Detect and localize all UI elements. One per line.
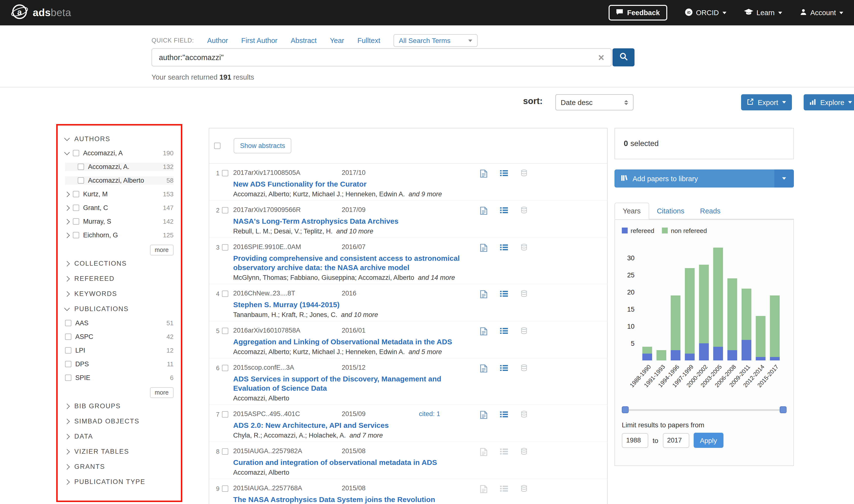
facet-publication-item[interactable]: LPI12	[65, 346, 174, 355]
facet-publication-item[interactable]: SPIE6	[65, 374, 174, 382]
data-products-icon[interactable]	[521, 290, 527, 319]
references-list-icon[interactable]	[500, 206, 508, 235]
orcid-menu[interactable]: iD ORCID	[685, 8, 726, 17]
result-checkbox[interactable]	[222, 365, 228, 371]
learn-menu[interactable]: Learn	[744, 9, 782, 17]
chevron-right-icon[interactable]	[64, 232, 70, 238]
references-list-icon[interactable]	[500, 169, 508, 198]
facet-checkbox[interactable]	[78, 177, 84, 184]
result-cited-link[interactable]: cited: 1	[419, 410, 440, 418]
result-title-link[interactable]: New ADS Functionality for the Curator	[233, 179, 480, 188]
facet-publication-item[interactable]: AAS51	[65, 319, 174, 327]
result-title-link[interactable]: Curation and integration of observationa…	[233, 457, 480, 467]
result-checkbox[interactable]	[222, 170, 228, 176]
explore-button[interactable]: Explore	[804, 94, 854, 110]
sort-select[interactable]: Date desc	[555, 94, 633, 110]
chevron-down-icon[interactable]	[64, 150, 70, 155]
fulltext-document-icon[interactable]	[480, 448, 487, 476]
facet-checkbox[interactable]	[73, 232, 79, 238]
fulltext-document-icon[interactable]	[480, 327, 487, 356]
references-list-icon[interactable]	[500, 327, 508, 356]
apply-button[interactable]: Apply	[693, 433, 723, 448]
facet-section-refereed[interactable]: REFEREED	[65, 274, 174, 283]
data-products-icon[interactable]	[521, 244, 527, 282]
authors-more-button[interactable]: more	[150, 245, 174, 255]
data-products-icon[interactable]	[521, 448, 527, 476]
facet-author-item[interactable]: Eichhorn, G125	[65, 231, 174, 239]
result-checkbox[interactable]	[222, 411, 228, 417]
quick-field-abstract[interactable]: Abstract	[291, 37, 316, 44]
facet-section-publication-type[interactable]: PUBLICATION TYPE	[65, 478, 174, 486]
data-products-icon[interactable]	[521, 411, 527, 439]
facet-publication-item[interactable]: ASPC42	[65, 332, 174, 341]
references-list-icon[interactable]	[500, 364, 508, 402]
facet-label[interactable]: SPIE	[75, 374, 90, 381]
fulltext-document-icon[interactable]	[480, 169, 487, 198]
facet-checkbox[interactable]	[73, 205, 79, 211]
ads-logo[interactable]: a adsbeta	[11, 3, 71, 22]
facet-section-grants[interactable]: GRANTS	[65, 463, 174, 471]
facet-section-data[interactable]: DATA	[65, 432, 174, 440]
result-checkbox[interactable]	[222, 485, 228, 492]
facet-checkbox[interactable]	[65, 361, 71, 367]
facet-label[interactable]: DPS	[75, 360, 89, 368]
facet-publication-item[interactable]: DPS11	[65, 360, 174, 368]
facet-section-bib-groups[interactable]: BIB GROUPS	[65, 402, 174, 410]
facet-author-child[interactable]: Accomazzi, Alberto58	[65, 176, 174, 185]
facet-section-vizier-tables[interactable]: VIZIER TABLES	[65, 447, 174, 456]
fulltext-document-icon[interactable]	[480, 485, 487, 504]
fulltext-document-icon[interactable]	[480, 206, 487, 235]
clear-search-icon[interactable]: ×	[598, 52, 604, 62]
slider-handle-left[interactable]	[622, 406, 629, 413]
data-products-icon[interactable]	[521, 206, 527, 235]
year-from-input[interactable]: 1988	[622, 433, 648, 448]
facet-section-keywords[interactable]: KEYWORDS	[65, 290, 174, 298]
facet-label[interactable]: LPI	[75, 347, 85, 354]
facet-author-item[interactable]: Kurtz, M153	[65, 190, 174, 198]
facet-label[interactable]: ASPC	[75, 333, 93, 340]
facet-author-parent[interactable]: Accomazzi, A 190	[65, 149, 174, 157]
result-title-link[interactable]: Aggregation and Linking of Observational…	[233, 337, 480, 346]
result-checkbox[interactable]	[222, 291, 228, 297]
slider-track[interactable]	[623, 409, 786, 411]
fulltext-document-icon[interactable]	[480, 244, 487, 282]
chevron-right-icon[interactable]	[64, 205, 70, 211]
facet-checkbox[interactable]	[65, 334, 71, 340]
show-abstracts-button[interactable]: Show abstracts	[234, 138, 292, 154]
export-button[interactable]: Export	[741, 94, 792, 110]
publications-more-button[interactable]: more	[150, 387, 174, 398]
facet-checkbox[interactable]	[73, 150, 79, 156]
facet-section-collections[interactable]: COLLECTIONS	[65, 259, 174, 268]
result-title-link[interactable]: ADS Services in support of the Discovery…	[233, 374, 480, 393]
facet-section-simbad-objects[interactable]: SIMBAD OBJECTS	[65, 417, 174, 425]
facet-label[interactable]: Accomazzi, A	[83, 149, 123, 157]
facet-label[interactable]: Accomazzi, Alberto	[88, 177, 144, 184]
search-input[interactable]: author:"accomazzi" ×	[152, 48, 612, 67]
facet-checkbox[interactable]	[65, 347, 71, 354]
references-list-icon[interactable]	[500, 290, 508, 319]
facet-section-publications[interactable]: PUBLICATIONS	[65, 305, 174, 313]
data-products-icon[interactable]	[521, 364, 527, 402]
chevron-right-icon[interactable]	[64, 219, 70, 224]
facet-label[interactable]: Murray, S	[83, 218, 111, 225]
year-to-input[interactable]: 2017	[663, 433, 689, 448]
search-button[interactable]	[612, 48, 634, 67]
facet-label[interactable]: Grant, C	[83, 204, 108, 212]
quick-field-year[interactable]: Year	[330, 37, 344, 44]
result-title-link[interactable]: The NASA Astrophysics Data System joins …	[233, 495, 480, 504]
feedback-button[interactable]: Feedback	[609, 5, 667, 20]
facet-checkbox[interactable]	[65, 320, 71, 326]
references-list-icon[interactable]	[500, 485, 508, 504]
facet-section-authors[interactable]: AUTHORS	[65, 135, 174, 143]
select-all-checkbox[interactable]	[214, 143, 221, 149]
facet-author-item[interactable]: Murray, S142	[65, 217, 174, 226]
account-menu[interactable]: Account	[800, 8, 843, 17]
quick-field-first-author[interactable]: First Author	[241, 37, 277, 44]
slider-handle-right[interactable]	[780, 406, 786, 413]
data-products-icon[interactable]	[521, 327, 527, 356]
quick-field-fulltext[interactable]: Fulltext	[358, 37, 380, 44]
facet-label[interactable]: Accomazzi, A.	[88, 163, 129, 170]
facet-label[interactable]: Kurtz, M	[83, 191, 108, 198]
facet-checkbox[interactable]	[73, 191, 79, 197]
library-dropdown-toggle[interactable]	[774, 169, 794, 187]
